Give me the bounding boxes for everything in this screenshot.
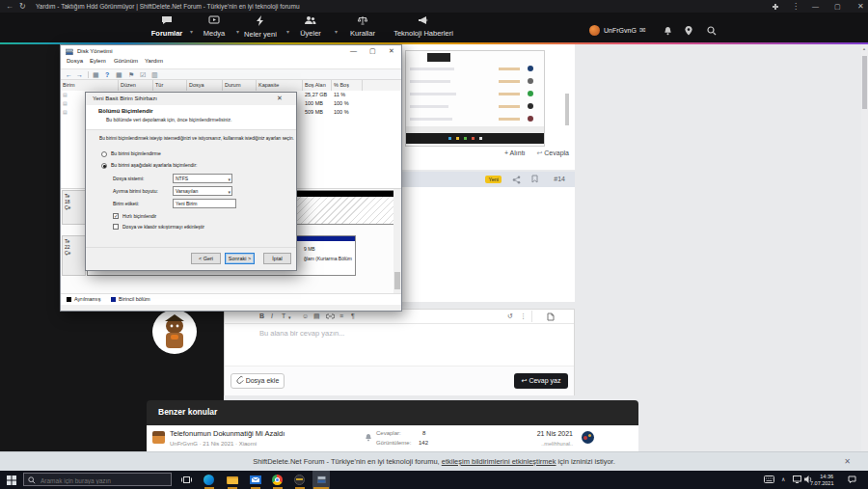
image-icon[interactable]: ▤: [313, 312, 320, 321]
wizard-titlebar[interactable]: Yeni Basit Birim Sihirbazı ✕: [86, 93, 296, 105]
disk-label[interactable]: Te 18 Çe: [62, 190, 86, 225]
nav-teknoloji-haberleri[interactable]: Teknoloji Haberleri: [388, 15, 459, 38]
nav-forumlar[interactable]: Forumlar: [140, 15, 194, 38]
messages-icon[interactable]: ✉: [639, 26, 646, 35]
action-center-icon[interactable]: [848, 475, 856, 484]
dm-titlebar[interactable]: Disk Yönetimi — ▢ ✕: [61, 45, 401, 58]
search-icon[interactable]: [707, 26, 717, 36]
dm-maximize-icon[interactable]: ▢: [369, 47, 376, 55]
embedded-scrollbar[interactable]: [565, 94, 569, 125]
extensions-icon[interactable]: [772, 3, 779, 11]
attach-file-button[interactable]: Dosya ekle: [231, 373, 285, 389]
italic-icon[interactable]: I: [271, 312, 273, 321]
file-system-select[interactable]: NTFS ▾: [173, 174, 232, 183]
bookmark-icon[interactable]: [531, 175, 538, 183]
tray-expand-icon[interactable]: ∧: [781, 475, 785, 483]
reply-input[interactable]: Bu alana bir cevap yazın...: [259, 329, 344, 338]
share-icon[interactable]: [512, 176, 521, 184]
nav-medya[interactable]: Medya: [193, 15, 235, 38]
thread-title[interactable]: Telefonumun Dokunmatiği Mi Azaldı: [170, 429, 285, 438]
quick-format-label[interactable]: Hızlı biçimlendir: [122, 213, 156, 219]
cancel-button[interactable]: İptal: [263, 253, 291, 264]
col-bos-alan[interactable]: Boş Alan: [303, 80, 332, 91]
bell-icon[interactable]: [365, 433, 372, 442]
post-number[interactable]: #14: [554, 176, 565, 182]
taskbar-chrome-icon[interactable]: [270, 471, 285, 489]
username[interactable]: UnFrGvnG: [604, 27, 637, 34]
dm-close-icon[interactable]: ✕: [389, 47, 394, 55]
col-durum[interactable]: Durum: [223, 80, 257, 91]
col-birim[interactable]: Birim: [61, 80, 119, 91]
navigate-back-icon[interactable]: ←: [66, 69, 72, 80]
avatar[interactable]: [582, 431, 594, 444]
menu-eylem[interactable]: Eylem: [90, 58, 106, 64]
back-button[interactable]: < Geri: [191, 253, 221, 264]
compression-checkbox[interactable]: [113, 224, 119, 230]
link-icon[interactable]: [326, 313, 335, 319]
nav-kurallar[interactable]: Kurallar: [339, 15, 386, 38]
bold-icon[interactable]: B: [259, 312, 264, 321]
bell-icon[interactable]: [664, 26, 672, 36]
reply-link[interactable]: Cevapla: [544, 149, 569, 156]
network-icon[interactable]: [793, 475, 801, 483]
refresh-icon[interactable]: ↻: [19, 1, 26, 12]
start-button[interactable]: [7, 475, 16, 485]
list-icon[interactable]: ≡: [339, 312, 343, 321]
notification-link[interactable]: etkileşim bildirimlerini etkinleştirmek: [442, 457, 556, 466]
scrollbar-thumb[interactable]: [862, 56, 867, 109]
allocation-select[interactable]: Varsayılan ▾: [173, 186, 232, 196]
quick-format-checkbox[interactable]: ✓: [113, 213, 119, 219]
embedded-screenshot[interactable]: [405, 50, 545, 147]
chevron-down-icon[interactable]: ▾: [335, 28, 338, 35]
page-scrollbar[interactable]: ▲: [861, 44, 868, 451]
menu-dosya[interactable]: Dosya: [67, 58, 83, 64]
menu-yardim[interactable]: Yardım: [145, 58, 163, 64]
clock[interactable]: 14:36 7.07.2021: [810, 474, 833, 487]
preview-icon[interactable]: [547, 312, 555, 321]
more-icon[interactable]: ⋮: [520, 312, 527, 321]
dm-scrollbar-thumb[interactable]: [394, 272, 400, 289]
compression-label[interactable]: Dosya ve klasör sıkıştırmayı etkinleştir: [122, 224, 204, 230]
keyboard-icon[interactable]: [764, 475, 774, 483]
quote-link[interactable]: + Alıntı: [504, 149, 526, 156]
taskbar-search[interactable]: [23, 473, 172, 486]
browser-minimize-icon[interactable]: —: [812, 1, 819, 12]
radio-format[interactable]: [101, 163, 107, 169]
browser-maximize-icon[interactable]: ▢: [834, 1, 841, 12]
wizard-close-icon[interactable]: ✕: [277, 95, 283, 102]
submit-reply-button[interactable]: ↩ Cevap yaz: [514, 373, 568, 389]
taskbar-explorer-icon[interactable]: [225, 471, 240, 489]
dm-scrollbar[interactable]: [393, 189, 401, 293]
computer-icon[interactable]: ▦: [93, 69, 99, 80]
help-icon[interactable]: ?: [105, 69, 109, 80]
avatar[interactable]: [152, 310, 197, 354]
browser-close-icon[interactable]: ✕: [857, 1, 864, 12]
paragraph-icon[interactable]: ¶: [351, 312, 355, 321]
navigate-forward-icon[interactable]: →: [76, 69, 83, 80]
task-view-icon[interactable]: [181, 475, 192, 484]
radio-format-label[interactable]: Bu birimi aşağıdaki ayarlarla biçimlendi…: [111, 162, 197, 168]
search-input[interactable]: [39, 474, 168, 487]
volume-label-input[interactable]: [173, 199, 236, 208]
col-tur[interactable]: Tür: [153, 80, 187, 91]
taskbar-active-app-icon[interactable]: [312, 471, 330, 489]
col-duzen[interactable]: Düzen: [119, 80, 153, 91]
font-size-icon[interactable]: T: [282, 312, 285, 321]
smiley-icon[interactable]: ☺: [302, 312, 309, 321]
menu-gorunum[interactable]: Görünüm: [114, 58, 138, 64]
scroll-up-icon[interactable]: ▲: [862, 46, 866, 51]
taskbar-mail-icon[interactable]: [248, 471, 263, 489]
location-pin-icon[interactable]: [685, 26, 692, 36]
undo-icon[interactable]: ↺: [507, 312, 513, 321]
radio-no-format[interactable]: [101, 151, 107, 157]
nav-neler-yeni[interactable]: Neler yeni: [236, 15, 285, 39]
action-flag-icon[interactable]: ⚑: [128, 69, 134, 80]
taskbar-operagx-icon[interactable]: [292, 471, 308, 489]
browser-menu-icon[interactable]: ⋮: [792, 1, 800, 12]
disk-label[interactable]: Te 22 Çe: [62, 235, 86, 276]
back-icon[interactable]: ←: [6, 1, 14, 12]
col-kapasite[interactable]: Kapasite: [257, 80, 303, 91]
nav-uyeler[interactable]: Üyeler: [289, 15, 332, 38]
col-dosya-sistemi[interactable]: Dosya Sistemi: [187, 80, 223, 91]
avatar[interactable]: [589, 25, 600, 36]
